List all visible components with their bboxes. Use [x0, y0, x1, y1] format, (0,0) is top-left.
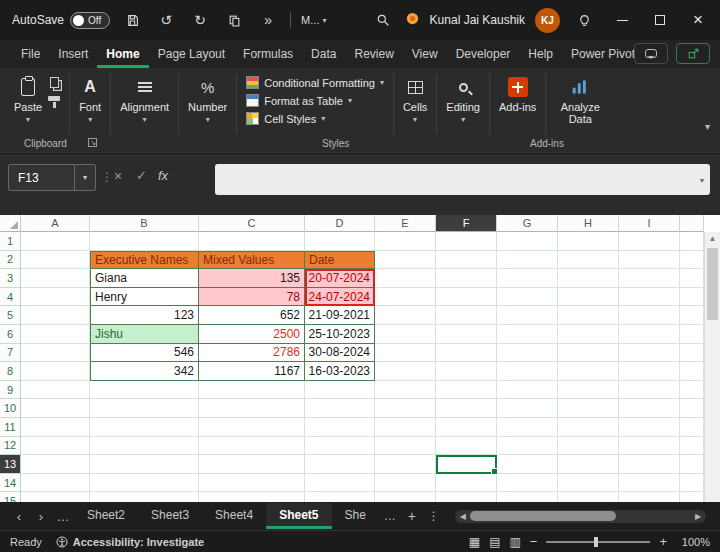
row-header-6[interactable]: 6 — [0, 325, 21, 344]
cell-C1[interactable] — [199, 232, 305, 251]
alignment-dropdown-icon[interactable]: ▾ — [143, 115, 147, 124]
cell-H15[interactable] — [558, 492, 619, 502]
normal-view-icon[interactable]: ▦ — [469, 535, 480, 549]
enter-icon[interactable]: ✓ — [136, 168, 147, 183]
minimize-button[interactable] — [608, 6, 636, 34]
cell-I12[interactable] — [619, 437, 680, 456]
menu-data[interactable]: Data — [302, 42, 345, 68]
cell-G2[interactable] — [497, 251, 558, 270]
cell-B8[interactable]: 342 — [90, 362, 199, 381]
cell-D10[interactable] — [305, 399, 375, 418]
cell-I13[interactable] — [619, 455, 680, 474]
cell-A13[interactable] — [21, 455, 90, 474]
cell-H4[interactable] — [558, 288, 619, 307]
horizontal-scrollbar[interactable]: ◀ ▶ — [455, 510, 706, 523]
menu-formulas[interactable]: Formulas — [234, 42, 302, 68]
cell-B2[interactable]: Executive Names — [90, 251, 199, 270]
column-header-D[interactable]: D — [305, 215, 375, 232]
editing-dropdown-icon[interactable]: ▾ — [461, 115, 465, 124]
cell-B9[interactable] — [90, 381, 199, 400]
rewards-badge-icon[interactable] — [405, 11, 420, 29]
sheet-tab-sheet5[interactable]: Sheet5 — [266, 503, 331, 529]
sheet-nav-right-icon[interactable]: › — [30, 509, 52, 524]
row-header-4[interactable]: 4 — [0, 288, 21, 307]
cell-F5[interactable] — [436, 306, 497, 325]
cell-H3[interactable] — [558, 269, 619, 288]
cell-B14[interactable] — [90, 474, 199, 493]
clipboard-dialog-launcher-icon[interactable]: ↘ — [88, 138, 97, 147]
menu-home[interactable]: Home — [97, 42, 148, 68]
menu-power-pivot[interactable]: Power Pivot — [562, 42, 644, 68]
paste-button[interactable]: Paste ▾ — [10, 73, 46, 126]
cell-B10[interactable] — [90, 399, 199, 418]
cell-H9[interactable] — [558, 381, 619, 400]
format-as-table-button[interactable]: Format as Table ▾ — [246, 94, 384, 107]
cell-F9[interactable] — [436, 381, 497, 400]
cell-I2[interactable] — [619, 251, 680, 270]
menu-review[interactable]: Review — [345, 42, 402, 68]
cell-H6[interactable] — [558, 325, 619, 344]
scroll-right-icon[interactable]: ▶ — [691, 510, 705, 523]
cell-G4[interactable] — [497, 288, 558, 307]
cell-D14[interactable] — [305, 474, 375, 493]
cell-G12[interactable] — [497, 437, 558, 456]
cell-G11[interactable] — [497, 418, 558, 437]
cell-E3[interactable] — [375, 269, 436, 288]
cell-E4[interactable] — [375, 288, 436, 307]
select-all-corner[interactable] — [0, 215, 21, 232]
cell-E12[interactable] — [375, 437, 436, 456]
format-painter-icon[interactable] — [48, 96, 60, 101]
scroll-left-icon[interactable]: ◀ — [456, 510, 470, 523]
cell-B4[interactable]: Henry — [90, 288, 199, 307]
cell-I15[interactable] — [619, 492, 680, 502]
cancel-icon[interactable]: × — [114, 168, 122, 184]
cell-E11[interactable] — [375, 418, 436, 437]
cell-I8[interactable] — [619, 362, 680, 381]
cell-A7[interactable] — [21, 344, 90, 363]
cell-G10[interactable] — [497, 399, 558, 418]
cell-A6[interactable] — [21, 325, 90, 344]
editing-group-button[interactable]: Editing ▾ — [442, 73, 484, 126]
cell-A15[interactable] — [21, 492, 90, 502]
column-header-B[interactable]: B — [90, 215, 199, 232]
formula-input[interactable] — [215, 164, 710, 195]
cell-H11[interactable] — [558, 418, 619, 437]
cell-B1[interactable] — [90, 232, 199, 251]
cell-I3[interactable] — [619, 269, 680, 288]
menu-view[interactable]: View — [403, 42, 447, 68]
cell-F2[interactable] — [436, 251, 497, 270]
vertical-scrollbar[interactable]: ▲ — [704, 232, 720, 502]
cell-G8[interactable] — [497, 362, 558, 381]
zoom-level[interactable]: 100% — [676, 536, 710, 548]
row-header-14[interactable]: 14 — [0, 474, 21, 493]
menu-insert[interactable]: Insert — [49, 42, 97, 68]
cell-G7[interactable] — [497, 344, 558, 363]
cell-C3[interactable]: 135 — [199, 269, 305, 288]
cell-I10[interactable] — [619, 399, 680, 418]
cell-A8[interactable] — [21, 362, 90, 381]
zoom-out-button[interactable]: − — [530, 534, 538, 549]
row-header-11[interactable]: 11 — [0, 418, 21, 437]
name-box-resize-dots[interactable]: ⋮ — [101, 170, 113, 184]
cell-I9[interactable] — [619, 381, 680, 400]
cell-A4[interactable] — [21, 288, 90, 307]
cell-C12[interactable] — [199, 437, 305, 456]
cell-F6[interactable] — [436, 325, 497, 344]
analyze-data-button[interactable]: Analyze Data — [551, 73, 609, 127]
avatar[interactable]: KJ — [535, 8, 560, 33]
cell-I4[interactable] — [619, 288, 680, 307]
cell-D8[interactable]: 16-03-2023 — [305, 362, 375, 381]
cell-E9[interactable] — [375, 381, 436, 400]
cell-B3[interactable]: Giana — [90, 269, 199, 288]
cell-A1[interactable] — [21, 232, 90, 251]
cell-I14[interactable] — [619, 474, 680, 493]
mode-menu[interactable]: M... ▾ — [301, 14, 326, 26]
copy-icon[interactable] — [222, 7, 246, 33]
cell-F11[interactable] — [436, 418, 497, 437]
menu-file[interactable]: File — [12, 42, 49, 68]
page-layout-view-icon[interactable]: ▤ — [489, 535, 500, 549]
cell-I6[interactable] — [619, 325, 680, 344]
new-sheet-button[interactable]: + — [401, 508, 423, 524]
cell-B5[interactable]: 123 — [90, 306, 199, 325]
cell-B12[interactable] — [90, 437, 199, 456]
